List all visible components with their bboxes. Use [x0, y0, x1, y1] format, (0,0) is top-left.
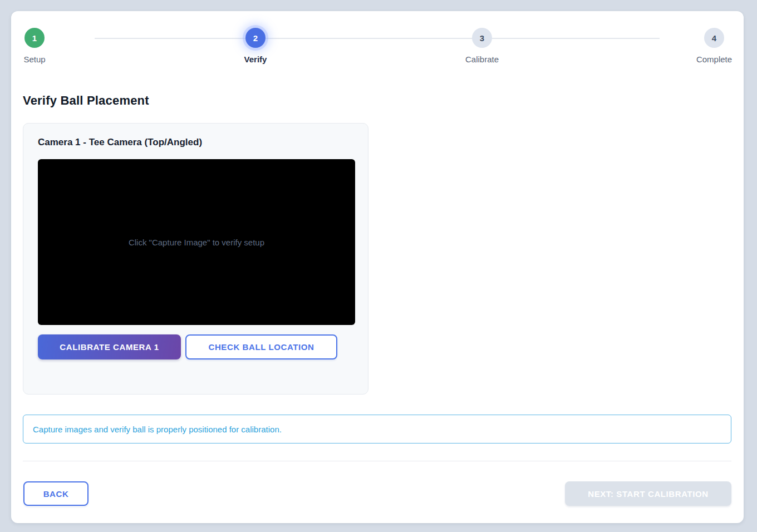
- step-1-label: Setup: [23, 55, 45, 64]
- step-3-circle: 3: [472, 28, 492, 48]
- camera-card-title: Camera 1 - Tee Camera (Top/Angled): [38, 137, 202, 148]
- stepper-connector-line: [95, 38, 660, 39]
- step-1-circle: 1: [24, 28, 45, 48]
- camera-buttons-row: CALIBRATE CAMERA 1 CHECK BALL LOCATION: [38, 334, 337, 359]
- info-message-box: Capture images and verify ball is proper…: [23, 415, 731, 444]
- stepper-step-verify: 2 Verify: [222, 28, 289, 64]
- step-4-circle: 4: [704, 28, 724, 48]
- next-start-calibration-button[interactable]: NEXT: START CALIBRATION: [565, 481, 731, 506]
- camera-preview: Click "Capture Image" to verify setup: [38, 159, 355, 325]
- back-button[interactable]: BACK: [23, 481, 89, 506]
- wizard-card: 1 Setup 2 Verify 3 Calibrate 4 Complete …: [11, 11, 744, 523]
- check-ball-location-button[interactable]: CHECK BALL LOCATION: [185, 334, 337, 359]
- step-4-label: Complete: [696, 55, 732, 64]
- step-2-label: Verify: [244, 55, 267, 64]
- camera-preview-placeholder: Click "Capture Image" to verify setup: [129, 238, 264, 247]
- stepper: 1 Setup 2 Verify 3 Calibrate 4 Complete: [11, 11, 744, 78]
- stepper-step-calibrate: 3 Calibrate: [449, 28, 515, 64]
- step-3-label: Calibrate: [465, 55, 499, 64]
- footer-divider: [23, 461, 731, 461]
- calibrate-camera-button[interactable]: CALIBRATE CAMERA 1: [38, 334, 181, 359]
- page-title: Verify Ball Placement: [23, 93, 149, 108]
- stepper-step-complete: 4 Complete: [681, 28, 748, 64]
- stepper-step-setup: 1 Setup: [1, 28, 68, 64]
- camera-card: Camera 1 - Tee Camera (Top/Angled) Click…: [23, 123, 368, 395]
- step-2-circle: 2: [245, 28, 266, 48]
- info-message-text: Capture images and verify ball is proper…: [33, 425, 282, 434]
